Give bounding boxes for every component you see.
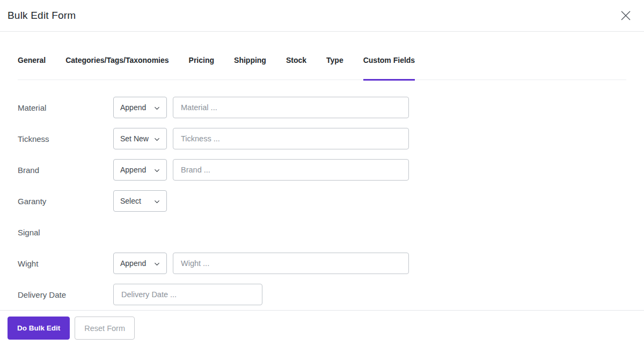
signal-row: Signal: [18, 217, 644, 248]
page-title: Bulk Edit Form: [8, 10, 76, 21]
garanty-label: Garanty: [18, 197, 113, 206]
material-input[interactable]: [173, 97, 409, 118]
tickness-mode-select[interactable]: Set New: [113, 128, 167, 149]
tab-bar: General Categories/Tags/Taxonomies Prici…: [18, 32, 626, 80]
chevron-down-icon: [153, 167, 161, 175]
brand-label: Brand: [18, 166, 113, 175]
material-label: Material: [18, 103, 113, 112]
close-icon: [619, 9, 633, 23]
custom-fields-form: Material Append Tickness Set New Brand A…: [0, 80, 644, 310]
wight-mode-value: Append: [120, 259, 146, 268]
garanty-mode-value: Select: [120, 197, 141, 205]
tab-stock[interactable]: Stock: [286, 56, 306, 81]
tab-shipping[interactable]: Shipping: [234, 56, 266, 81]
garanty-mode-select[interactable]: Select: [113, 190, 167, 212]
wight-mode-select[interactable]: Append: [113, 253, 167, 274]
tickness-mode-value: Set New: [120, 134, 149, 143]
tickness-row: Tickness Set New: [18, 123, 644, 154]
tickness-input[interactable]: [173, 128, 409, 149]
garanty-row: Garanty Select: [18, 185, 644, 217]
tab-general[interactable]: General: [18, 56, 46, 81]
chevron-down-icon: [153, 198, 161, 206]
material-mode-select[interactable]: Append: [113, 97, 167, 118]
reset-form-button[interactable]: Reset Form: [75, 317, 135, 340]
material-mode-value: Append: [120, 103, 146, 112]
brand-mode-select[interactable]: Append: [113, 159, 167, 181]
tab-custom-fields[interactable]: Custom Fields: [363, 56, 415, 81]
brand-mode-value: Append: [120, 166, 146, 174]
wight-input[interactable]: [173, 253, 409, 274]
tab-categories-tags-taxonomies[interactable]: Categories/Tags/Taxonomies: [65, 56, 169, 81]
brand-input[interactable]: [173, 159, 409, 181]
modal-footer: Do Bulk Edit Reset Form: [0, 310, 644, 345]
modal-header: Bulk Edit Form: [0, 0, 644, 32]
chevron-down-icon: [153, 135, 161, 143]
tab-type[interactable]: Type: [326, 56, 343, 81]
delivery-date-input[interactable]: [113, 284, 262, 305]
delivery-date-label: Delivery Date: [18, 290, 113, 299]
signal-label: Signal: [18, 228, 113, 237]
close-button[interactable]: [617, 7, 634, 24]
chevron-down-icon: [153, 104, 161, 112]
chevron-down-icon: [153, 260, 161, 268]
wight-row: Wight Append: [18, 248, 644, 279]
tab-pricing[interactable]: Pricing: [189, 56, 214, 81]
tickness-label: Tickness: [18, 134, 113, 143]
wight-label: Wight: [18, 259, 113, 268]
delivery-date-row: Delivery Date: [18, 279, 644, 310]
do-bulk-edit-button[interactable]: Do Bulk Edit: [8, 317, 70, 340]
material-row: Material Append: [18, 92, 644, 123]
brand-row: Brand Append: [18, 154, 644, 185]
